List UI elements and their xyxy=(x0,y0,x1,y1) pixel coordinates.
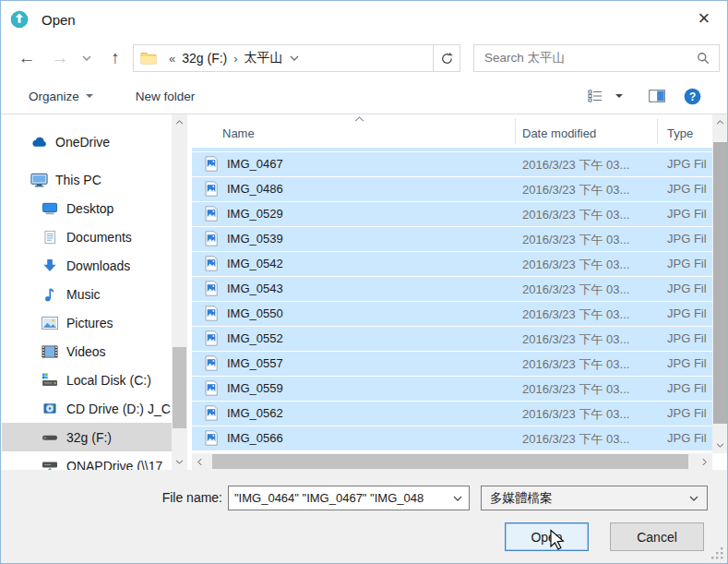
sidebar-item-label: OneDrive xyxy=(55,135,110,150)
new-folder-button[interactable]: New folder xyxy=(136,90,196,103)
list-horizontal-scrollbar[interactable] xyxy=(192,453,712,470)
column-divider[interactable] xyxy=(515,118,516,144)
sidebar-item-label: Music xyxy=(66,287,101,302)
file-row[interactable]: IMG_05422016/3/23 下午 03...JPG Fil xyxy=(192,252,712,276)
resize-grip[interactable] xyxy=(710,546,724,560)
sidebar-scrollbar[interactable] xyxy=(172,114,187,470)
image-file-icon xyxy=(205,256,218,271)
sidebar-item-label: Desktop xyxy=(66,201,113,216)
file-row-partial[interactable] xyxy=(192,148,712,151)
sidebar-item-32g-f[interactable]: 32g (F:) xyxy=(2,423,172,451)
sidebar-item-cd-drive-d-j-c[interactable]: CD Drive (D:) J_C xyxy=(2,394,172,423)
network-drive-icon xyxy=(41,461,59,471)
videos-icon xyxy=(41,345,59,358)
image-file-icon xyxy=(205,355,218,371)
column-header-date-modified[interactable]: Date modified xyxy=(522,126,596,140)
forward-button[interactable]: → xyxy=(45,38,75,78)
horizontal-scrollbar-thumb[interactable] xyxy=(212,454,688,469)
sidebar-item-this-pc[interactable]: This PC xyxy=(2,165,172,194)
window-title: Open xyxy=(42,12,76,28)
address-bar[interactable]: « 32g (F:) › 太平山 xyxy=(133,44,434,72)
scroll-left-icon[interactable] xyxy=(192,453,208,470)
file-row[interactable]: IMG_05432016/3/23 下午 03...JPG Fil xyxy=(192,277,712,301)
sidebar-item-music[interactable]: Music xyxy=(2,280,172,308)
sidebar-item-pictures[interactable]: Pictures xyxy=(2,308,172,337)
sidebar-scroll-down-icon[interactable] xyxy=(172,454,187,470)
file-row[interactable]: IMG_05522016/3/23 下午 03...JPG Fil xyxy=(192,327,712,351)
image-file-icon xyxy=(205,156,218,172)
list-scroll-up-icon[interactable] xyxy=(712,114,728,130)
file-rows: IMG_04672016/3/23 下午 03...JPG FilIMG_048… xyxy=(192,152,712,451)
breadcrumb-folder[interactable]: 太平山 xyxy=(245,50,283,66)
search-input[interactable]: Search 太平山 xyxy=(473,44,720,72)
scroll-right-icon[interactable] xyxy=(697,453,712,470)
sidebar-items: OneDriveThis PCDesktopDocumentsDownloads… xyxy=(2,127,172,470)
desktop-icon xyxy=(41,202,59,215)
organize-button[interactable]: Organize xyxy=(29,90,93,103)
recent-locations-dropdown-icon[interactable] xyxy=(77,38,97,78)
image-file-icon xyxy=(205,281,218,296)
list-scrollbar-thumb[interactable] xyxy=(713,142,727,424)
file-row[interactable]: IMG_05592016/3/23 下午 03...JPG Fil xyxy=(192,377,712,401)
column-divider[interactable] xyxy=(657,118,658,144)
file-type-dropdown-icon xyxy=(689,496,698,501)
sidebar-item-onedrive[interactable]: OneDrive xyxy=(2,127,172,156)
file-row[interactable]: IMG_05502016/3/23 下午 03...JPG Fil xyxy=(192,302,712,326)
sidebar-item-label: Pictures xyxy=(66,316,113,330)
file-row[interactable]: IMG_05572016/3/23 下午 03...JPG Fil xyxy=(192,352,712,376)
image-file-icon xyxy=(205,430,218,446)
file-row[interactable]: IMG_04672016/3/23 下午 03...JPG Fil xyxy=(192,152,712,176)
organize-label: Organize xyxy=(29,90,79,103)
view-dropdown-icon[interactable] xyxy=(615,94,623,98)
sidebar-item-videos[interactable]: Videos xyxy=(2,337,172,366)
title-bar[interactable]: Open × xyxy=(1,1,727,38)
file-row[interactable]: IMG_04862016/3/23 下午 03...JPG Fil xyxy=(192,177,712,201)
app-icon xyxy=(10,10,29,29)
file-type-dropdown[interactable]: 多媒體檔案 xyxy=(481,486,708,510)
file-type: JPG Fil xyxy=(667,182,707,196)
breadcrumb-drive[interactable]: 32g (F:) xyxy=(182,51,227,66)
file-type: JPG Fil xyxy=(667,331,707,345)
file-type: JPG Fil xyxy=(667,257,707,270)
help-icon[interactable]: ? xyxy=(684,88,701,105)
file-row[interactable]: IMG_05392016/3/23 下午 03...JPG Fil xyxy=(192,227,712,251)
image-file-icon xyxy=(205,380,218,396)
file-type: JPG Fil xyxy=(667,306,707,320)
cancel-button[interactable]: Cancel xyxy=(610,522,704,551)
file-name: IMG_0559 xyxy=(227,381,283,395)
list-scroll-down-icon[interactable] xyxy=(712,438,728,453)
file-row[interactable]: IMG_05622016/3/23 下午 03...JPG Fil xyxy=(192,402,712,426)
list-vertical-scrollbar[interactable] xyxy=(712,114,728,453)
sidebar-item-qnapdrive-17[interactable]: QNAPDrive (\\17 xyxy=(2,451,172,470)
documents-icon xyxy=(41,230,59,245)
close-button[interactable]: × xyxy=(681,1,727,36)
sidebar-item-downloads[interactable]: Downloads xyxy=(2,251,172,280)
file-date-modified: 2016/3/23 下午 03... xyxy=(522,406,629,423)
breadcrumb-separator-icon[interactable]: › xyxy=(233,52,237,66)
up-button[interactable]: ↑ xyxy=(101,38,130,78)
file-name-dropdown-icon[interactable] xyxy=(453,496,462,501)
sidebar-item-local-disk-c[interactable]: Local Disk (C:) xyxy=(2,366,172,394)
file-row[interactable]: IMG_05292016/3/23 下午 03...JPG Fil xyxy=(192,202,712,226)
list-header: Name Date modified Type xyxy=(192,114,712,148)
back-button[interactable]: ← xyxy=(12,38,42,78)
search-icon[interactable] xyxy=(697,52,710,65)
change-view-button[interactable] xyxy=(588,90,603,102)
pictures-icon xyxy=(41,317,59,330)
open-button[interactable]: Open xyxy=(505,522,589,551)
column-header-name[interactable]: Name xyxy=(222,126,255,140)
sidebar-scrollbar-thumb[interactable] xyxy=(173,347,186,428)
file-row[interactable]: IMG_05662016/3/23 下午 03...JPG Fil xyxy=(192,426,712,450)
file-name: IMG_0467 xyxy=(227,157,283,171)
file-name: IMG_0543 xyxy=(227,282,283,295)
column-header-type[interactable]: Type xyxy=(667,126,693,140)
sidebar-scroll-up-icon[interactable] xyxy=(172,114,187,130)
dialog-content: OneDriveThis PCDesktopDocumentsDownloads… xyxy=(1,114,727,470)
sidebar-item-desktop[interactable]: Desktop xyxy=(2,194,172,222)
preview-pane-button[interactable] xyxy=(649,90,665,102)
sidebar-item-documents[interactable]: Documents xyxy=(2,222,172,251)
refresh-button[interactable] xyxy=(433,44,460,72)
file-name-input[interactable] xyxy=(229,486,469,510)
address-dropdown-icon[interactable] xyxy=(290,55,299,61)
sidebar-item-label: Videos xyxy=(66,344,106,359)
